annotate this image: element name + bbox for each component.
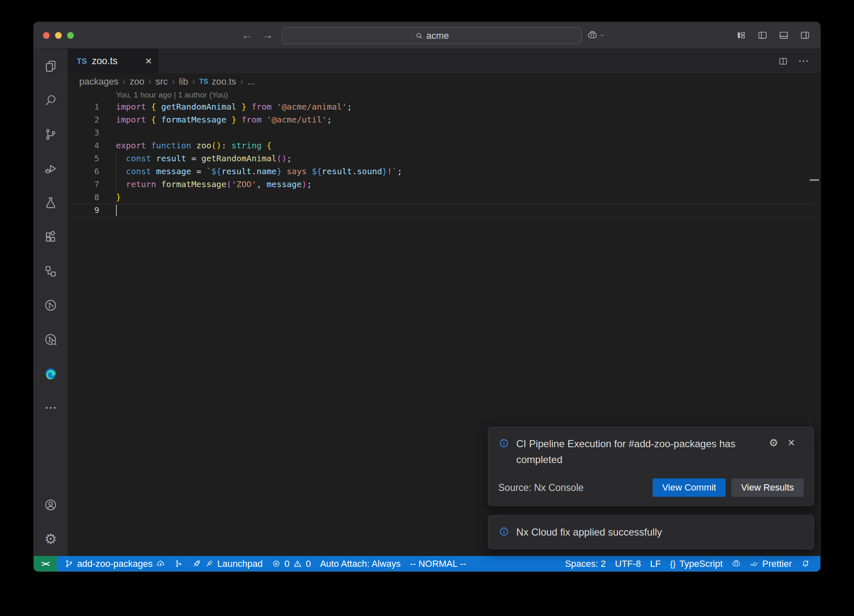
status-item-git-graph[interactable]	[170, 556, 188, 571]
code-line[interactable]: 2import { formatMessage } from '@acme/ut…	[68, 113, 820, 126]
git-blame-annotation: You, 1 hour ago | 1 author (You)	[68, 90, 820, 100]
double-check-icon	[750, 559, 759, 568]
status-item-bell-dot[interactable]	[796, 556, 814, 571]
testing-icon	[44, 196, 58, 210]
code-line[interactable]: 9	[68, 204, 820, 217]
code-line[interactable]: 3	[68, 126, 820, 139]
breadcrumb-item[interactable]: packages	[79, 76, 118, 87]
navigate-forward-icon[interactable]: →	[262, 29, 273, 42]
status-item-typescript[interactable]: {}TypeScript	[666, 556, 727, 571]
activity-bar-item-run-debug[interactable]	[34, 151, 68, 185]
copilot-menu[interactable]	[587, 30, 605, 40]
search-icon	[415, 32, 423, 40]
notification-close-icon[interactable]: ✕	[787, 438, 795, 448]
code-line[interactable]: 6 const message = `${result.name} says $…	[68, 165, 820, 178]
tab-zoo-ts[interactable]: TS zoo.ts ✕	[68, 49, 158, 73]
customize-layout-icon[interactable]	[736, 30, 746, 40]
typescript-file-icon: TS	[199, 78, 208, 86]
status-item-label: 0	[284, 558, 289, 569]
activity-bar-item-settings[interactable]: ⚙	[34, 522, 68, 556]
breadcrumb-item[interactable]: ...	[247, 76, 255, 87]
activity-bar-item-testing[interactable]	[34, 185, 68, 220]
status-item-copilot[interactable]	[727, 556, 745, 571]
tab-bar: TS zoo.ts ✕ ⋯	[68, 49, 820, 73]
more-icon	[44, 401, 58, 415]
notification-center: CI Pipeline Execution for #add-zoo-packa…	[488, 427, 814, 549]
activity-bar-item-extensions[interactable]	[34, 220, 68, 254]
activity-bar-item-nx-console[interactable]	[34, 288, 68, 322]
status-item-lf[interactable]: LF	[646, 556, 666, 571]
activity-bar-item-edge[interactable]	[34, 356, 68, 391]
breadcrumb: packages›zoo›src›lib›TSzoo.ts›...	[68, 73, 820, 90]
split-editor-icon[interactable]	[778, 56, 788, 66]
tab-label: zoo.ts	[92, 55, 117, 67]
plug-icon	[205, 559, 214, 568]
line-number: 1	[68, 100, 99, 113]
code-line[interactable]: 1import { getRandomAnimal } from '@acme/…	[68, 100, 820, 113]
breadcrumb-separator-icon: ›	[148, 77, 152, 86]
git-graph-icon	[174, 559, 183, 568]
nx-cloud-icon	[44, 333, 58, 346]
navigate-back-icon[interactable]: ←	[241, 29, 253, 42]
notification-settings-icon[interactable]: ⚙	[769, 437, 778, 449]
line-number: 8	[68, 191, 99, 204]
close-tab-icon[interactable]: ✕	[145, 56, 152, 66]
maximize-window-button[interactable]	[67, 32, 74, 39]
code-line[interactable]: 8}	[68, 191, 820, 204]
copilot-icon	[732, 559, 741, 568]
code-text: return formatMessage('ZOO', message);	[99, 178, 312, 191]
activity-bar-item-search[interactable]	[34, 83, 68, 117]
view-commit-button[interactable]: View Commit	[653, 478, 726, 497]
toggle-primary-sidebar-icon[interactable]	[757, 30, 768, 40]
remote-indicator[interactable]: ><	[34, 556, 57, 571]
notification-message: Nx Cloud fix applied successfully	[516, 524, 804, 540]
notification-toast: Nx Cloud fix applied successfully	[488, 515, 814, 549]
explorer-icon	[44, 59, 58, 73]
command-center-search[interactable]: acme	[282, 27, 582, 44]
cloud-upload-icon	[156, 559, 165, 568]
activity-bar-item-workspace[interactable]	[34, 254, 68, 288]
status-item-error-circle[interactable]: 00	[267, 556, 316, 571]
line-number: 3	[68, 126, 99, 139]
more-actions-icon[interactable]: ⋯	[798, 55, 809, 68]
toggle-secondary-sidebar-icon[interactable]	[800, 30, 810, 40]
search-icon	[44, 93, 58, 107]
bell-dot-icon	[801, 559, 810, 568]
status-item-utf-8[interactable]: UTF-8	[610, 556, 646, 571]
toggle-panel-icon[interactable]	[779, 30, 789, 40]
status-item-label: Launchpad	[217, 558, 263, 569]
code-line[interactable]: 5 const result = getRandomAnimal();	[68, 152, 820, 165]
minimize-window-button[interactable]	[55, 32, 62, 39]
status-item-auto-attach-always[interactable]: Auto Attach: Always	[315, 556, 405, 571]
rocket-icon	[192, 559, 201, 568]
status-item-normal[interactable]: -- NORMAL --	[405, 556, 471, 571]
activity-bar-item-nx-cloud[interactable]	[34, 322, 68, 356]
breadcrumb-item[interactable]: TSzoo.ts	[199, 76, 236, 87]
activity-bar-item-more[interactable]	[34, 391, 68, 425]
status-item-add-zoo-packages[interactable]: add-zoo-packages	[60, 556, 170, 571]
breadcrumb-item[interactable]: lib	[179, 76, 188, 87]
account-icon	[44, 498, 58, 512]
status-item-prettier[interactable]: Prettier	[745, 556, 796, 571]
breadcrumb-item[interactable]: src	[156, 76, 168, 87]
status-item-label: UTF-8	[615, 558, 641, 569]
activity-bar-item-account[interactable]	[34, 488, 68, 522]
status-item-launchpad[interactable]: Launchpad	[188, 556, 267, 571]
status-item-spaces-2[interactable]: Spaces: 2	[560, 556, 610, 571]
code-text: const result = getRandomAnimal();	[99, 152, 291, 165]
activity-bar-item-explorer[interactable]	[34, 49, 68, 83]
breadcrumb-item[interactable]: zoo	[130, 76, 144, 87]
workspace-icon	[44, 264, 58, 278]
editor-group: TS zoo.ts ✕ ⋯ packages›zoo›src›lib›TSzoo…	[68, 49, 820, 556]
code-line[interactable]: 4export function zoo(): string {	[68, 139, 820, 152]
code-line[interactable]: 7 return formatMessage('ZOO', message);	[68, 178, 820, 191]
code-text	[99, 126, 116, 139]
close-window-button[interactable]	[43, 32, 50, 39]
view-results-button[interactable]: View Results	[731, 478, 804, 497]
overview-ruler-cursor-marker	[810, 179, 819, 181]
activity-bar-item-source-control[interactable]	[34, 117, 68, 151]
copilot-icon	[587, 30, 598, 40]
line-number: 9	[68, 204, 99, 217]
indent-guide	[116, 152, 116, 191]
line-number: 5	[68, 152, 99, 165]
